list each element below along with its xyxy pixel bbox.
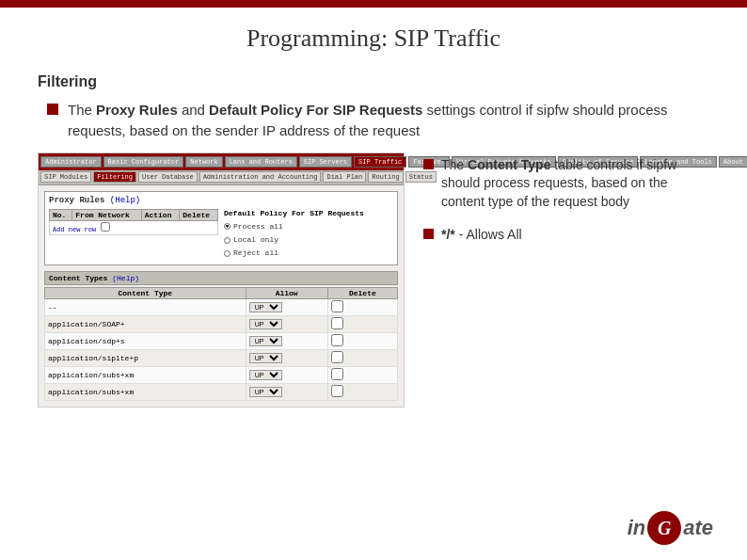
ui-content: Proxy Rules (Help) No. From Network Acti… (39, 185, 404, 407)
sub-btn-routing[interactable]: Routing (368, 171, 403, 183)
ct-delete-cb-2[interactable] (331, 317, 343, 329)
content-types-table: Content Type Allow Delete -- UPDN (44, 287, 398, 401)
col-from-network: From Network (72, 209, 141, 220)
ct-type-5: application/subs+xm (45, 366, 246, 383)
ct-delete-cb-4[interactable] (331, 351, 343, 363)
main-bullet: The Proxy Rules and Default Policy For S… (38, 100, 709, 141)
content-types-help[interactable]: (Help) (112, 274, 139, 282)
col-delete: Delete (180, 209, 218, 220)
ct-allow-2: UPDN (246, 315, 327, 332)
content-types-header: Content Types (Help) (44, 271, 398, 285)
ct-col-type: Content Type (45, 287, 246, 298)
radio-local-only-label: Local only (233, 233, 278, 247)
radio-process-all-label: Process all (233, 220, 283, 233)
logo-ate: ate (683, 516, 713, 540)
ct-type-6: application/subs+xm (45, 383, 246, 400)
radio-local-only[interactable]: Local only (224, 233, 393, 247)
main-bullet-bold2: Default Policy For SIP Requests (209, 102, 422, 118)
screenshot-panel: Administrator Basic Configurator Network… (38, 152, 405, 408)
main-bullet-before: The (68, 102, 96, 118)
main-container: Programming: SIP Traffic Filtering The P… (0, 8, 747, 426)
proxy-rules-right: Default Policy For SIP Requests Process … (224, 209, 393, 261)
toolbar-btn-admin[interactable]: Administrator (40, 156, 102, 168)
proxy-rules-table: No. From Network Action Delete (49, 209, 218, 235)
ct-row-3: application/sdp+s UPDN (45, 332, 398, 349)
ct-row-1: -- UPDN (45, 298, 398, 315)
radio-process-all-circle (224, 223, 230, 230)
ct-delete-cb-6[interactable] (331, 385, 343, 397)
add-new-row-link[interactable]: Add new row (53, 226, 96, 233)
ct-col-allow: Allow (246, 287, 327, 298)
radio-process-all[interactable]: Process all (224, 220, 393, 233)
toolbar-btn-basic[interactable]: Basic Configurator (103, 156, 184, 168)
ct-type-1: -- (45, 298, 246, 315)
ct-allow-select-5[interactable]: UPDN (249, 370, 282, 380)
right-bullet-square-1 (423, 159, 434, 169)
ct-delete-3 (327, 332, 397, 349)
ct-delete-2 (327, 315, 397, 332)
proxy-rules-help[interactable]: (Help) (110, 196, 140, 205)
toolbar-btn-about[interactable]: About (719, 156, 747, 168)
proxy-rules-label: Proxy Rules (49, 196, 104, 205)
right-bullet-text-2: */* - Allows All (441, 226, 522, 245)
add-row-checkbox[interactable] (101, 222, 110, 232)
ct-type-2: application/SOAP+ (45, 315, 246, 332)
toolbar-btn-sip-servers[interactable]: SIP Servers (299, 156, 352, 168)
content-area: Administrator Basic Configurator Network… (38, 152, 709, 408)
bullet-square-main (47, 104, 58, 115)
ct-row-6: application/subs+xm UPDN (45, 383, 398, 400)
ct-allow-select-2[interactable]: UPDN (249, 319, 282, 329)
content-types-section: Content Types (Help) Content Type Allow … (44, 271, 398, 401)
proxy-rules-title: Proxy Rules (Help) (49, 196, 393, 205)
content-type-bold: Content Type (468, 157, 550, 172)
ct-allow-select-4[interactable]: UPDN (249, 353, 282, 363)
right-bullets: The Content Type table controls if sipfw… (423, 152, 709, 408)
default-policy-title: Default Policy For SIP Requests (224, 209, 393, 217)
ct-allow-1: UPDN (246, 298, 327, 315)
ct-row-5: application/subs+xm UPDN (45, 366, 398, 383)
section-label: Filtering (38, 73, 709, 90)
ct-allow-select-3[interactable]: UPDN (249, 336, 282, 346)
ct-delete-5 (327, 366, 397, 383)
ct-delete-6 (327, 383, 397, 400)
sub-btn-user-db[interactable]: User Database (138, 171, 198, 183)
proxy-rules-content: No. From Network Action Delete (49, 209, 393, 261)
sub-btn-filtering[interactable]: Filtering (93, 171, 136, 183)
ct-allow-select-6[interactable]: UPDN (249, 387, 282, 397)
ct-allow-4: UPDN (246, 349, 327, 366)
logo-area: in G ate (628, 511, 713, 545)
ct-type-4: application/siplte+p (45, 349, 246, 366)
sub-btn-admin[interactable]: Administration and Accounting (199, 171, 322, 183)
ct-row-4: application/siplte+p UPDN (45, 349, 398, 366)
radio-reject-all-circle (224, 250, 230, 257)
proxy-rules-left: No. From Network Action Delete (49, 209, 218, 261)
logo-g: G (658, 518, 671, 539)
right-bullet-square-2 (423, 229, 434, 239)
radio-group: Process all Local only Reject all (224, 220, 393, 261)
ct-col-delete: Delete (327, 287, 397, 298)
logo-in: in (628, 516, 646, 540)
ct-delete-cb-5[interactable] (331, 368, 343, 380)
ct-delete-cb-1[interactable] (331, 300, 343, 312)
toolbar-btn-lans[interactable]: Lans and Routers (225, 156, 297, 168)
ct-delete-cb-3[interactable] (331, 334, 343, 346)
ct-allow-select-1[interactable]: UPDN (249, 302, 282, 312)
sub-btn-dialplan[interactable]: Dial Plan (323, 171, 366, 183)
sub-btn-modules[interactable]: SIP Modules (40, 171, 91, 183)
right-bullet-2: */* - Allows All (423, 226, 709, 245)
radio-reject-all-label: Reject all (233, 247, 278, 260)
toolbar-btn-sip-traffic[interactable]: SIP Traffic (354, 156, 406, 168)
proxy-rules-add-row: Add new row (50, 220, 218, 234)
radio-local-only-circle (224, 237, 230, 244)
proxy-rules-box: Proxy Rules (Help) No. From Network Acti… (44, 191, 398, 265)
radio-reject-all[interactable]: Reject all (224, 247, 393, 260)
ui-sub-toolbar: SIP Modules Filtering User Database Admi… (39, 170, 404, 185)
main-bullet-text: The Proxy Rules and Default Policy For S… (68, 100, 709, 141)
ct-allow-5: UPDN (246, 366, 327, 383)
ct-delete-4 (327, 349, 397, 366)
toolbar-btn-network[interactable]: Network (185, 156, 222, 168)
top-bar (0, 0, 747, 8)
content-types-label: Content Types (49, 274, 107, 282)
main-bullet-bold1: Proxy Rules (96, 102, 178, 118)
ct-allow-6: UPDN (246, 383, 327, 400)
